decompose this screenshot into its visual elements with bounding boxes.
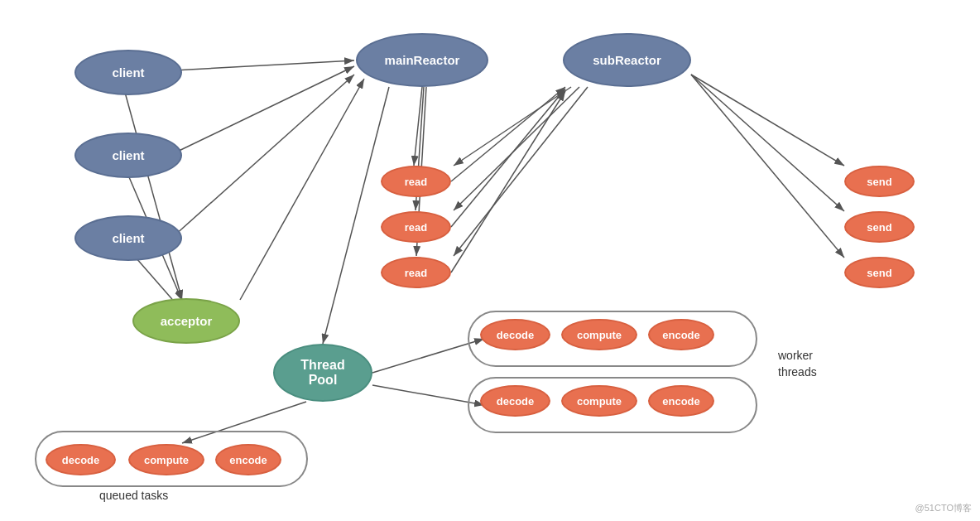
send-node-1: send — [844, 166, 915, 197]
decode-worker-2: decode — [480, 385, 550, 417]
svg-line-8 — [414, 87, 422, 166]
svg-line-3 — [174, 75, 354, 236]
svg-line-12 — [454, 87, 571, 166]
svg-line-21 — [451, 87, 565, 181]
diagram: mainReactor subReactor client client cli… — [0, 0, 980, 521]
svg-line-22 — [451, 89, 565, 227]
svg-line-17 — [691, 75, 844, 258]
main-reactor-node: mainReactor — [356, 33, 488, 87]
svg-line-15 — [691, 75, 844, 166]
thread-pool-node: Thread Pool — [273, 344, 372, 402]
svg-line-18 — [182, 402, 306, 443]
encode-worker-1: encode — [648, 319, 714, 350]
svg-line-13 — [454, 87, 579, 210]
svg-line-7 — [240, 79, 364, 300]
send-node-3: send — [844, 257, 915, 288]
encode-queued: encode — [215, 444, 281, 475]
client-node-1: client — [74, 50, 182, 95]
read-node-1: read — [381, 166, 451, 197]
svg-line-11 — [323, 87, 389, 344]
svg-line-20 — [372, 385, 484, 405]
svg-line-14 — [454, 87, 588, 256]
decode-queued: decode — [46, 444, 116, 475]
svg-line-1 — [174, 60, 354, 70]
compute-worker-2: compute — [561, 385, 637, 417]
encode-worker-2: encode — [648, 385, 714, 417]
svg-line-4 — [124, 89, 182, 300]
acceptor-node: acceptor — [132, 298, 240, 344]
client-node-3: client — [74, 215, 182, 261]
svg-line-2 — [174, 66, 354, 153]
decode-worker-1: decode — [480, 319, 550, 350]
svg-line-19 — [372, 339, 484, 373]
compute-queued: compute — [128, 444, 204, 475]
compute-worker-1: compute — [561, 319, 637, 350]
read-node-2: read — [381, 211, 451, 243]
queued-tasks-label: queued tasks — [99, 489, 168, 502]
send-node-2: send — [844, 211, 915, 243]
watermark: @51CTO博客 — [915, 502, 972, 514]
svg-line-16 — [691, 75, 844, 211]
svg-line-23 — [451, 91, 565, 273]
worker-threads-label: workerthreads — [778, 348, 817, 380]
read-node-3: read — [381, 257, 451, 288]
client-node-2: client — [74, 133, 182, 178]
sub-reactor-node: subReactor — [563, 33, 691, 87]
